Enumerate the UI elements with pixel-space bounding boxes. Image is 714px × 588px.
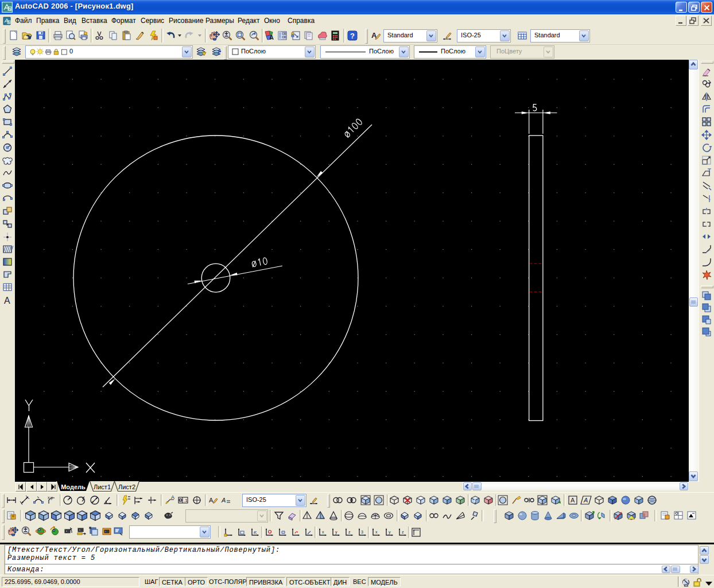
svg-text:3: 3 xyxy=(361,530,363,534)
svg-text:.1: .1 xyxy=(184,498,188,503)
svg-text:A: A xyxy=(571,497,575,504)
svg-text:Лист1: Лист1 xyxy=(94,483,111,490)
svg-text:x: x xyxy=(375,530,378,534)
svg-text:A: A xyxy=(583,497,588,504)
svg-text:x y: x y xyxy=(48,496,53,500)
svg-text:y: y xyxy=(389,530,391,535)
svg-text:A: A xyxy=(221,497,226,504)
svg-text:z: z xyxy=(402,530,404,534)
svg-text:z: z xyxy=(348,530,351,534)
svg-text:A: A xyxy=(171,494,174,500)
svg-text:A: A xyxy=(209,497,214,504)
svg-text:x: x xyxy=(322,530,324,534)
svg-text:y: y xyxy=(335,530,337,535)
svg-text:Модель: Модель xyxy=(61,483,86,490)
svg-text:Лист2: Лист2 xyxy=(118,483,135,490)
svg-text:i: i xyxy=(474,498,476,504)
